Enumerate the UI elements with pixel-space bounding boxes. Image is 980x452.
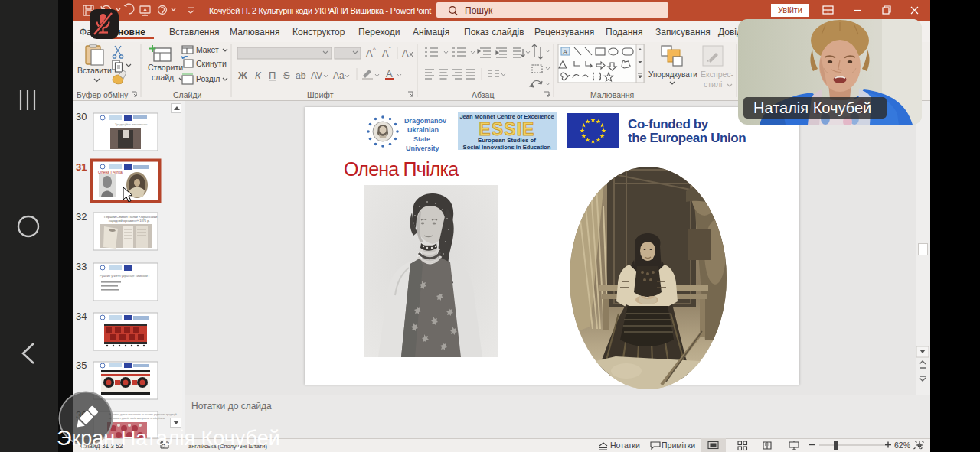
svg-text:European Studies of: European Studies of [478, 137, 536, 144]
svg-text:S: S [283, 70, 290, 81]
svg-text:35: 35 [76, 359, 87, 371]
svg-text:Ж: Ж [237, 70, 247, 81]
svg-text:ˇ: ˇ [389, 46, 391, 53]
svg-text:Абзац: Абзац [472, 90, 494, 99]
svg-text:Скинути: Скинути [196, 59, 227, 68]
svg-text:слайд: слайд [152, 73, 174, 82]
svg-text:Буфер обміну: Буфер обміну [77, 90, 129, 99]
svg-text:Ukrainian: Ukrainian [407, 126, 439, 134]
svg-text:Традиційна вишиванка: Традиційна вишиванка [115, 122, 148, 126]
svg-text:вишивки с давніх часів шанувал: вишивки с давніх часів шанували та обері… [109, 417, 165, 420]
svg-text:Dragomanov: Dragomanov [404, 117, 446, 125]
svg-text:К: К [255, 70, 262, 81]
svg-text:А: А [382, 47, 389, 59]
svg-text:А: А [563, 48, 567, 56]
svg-text:^: ^ [373, 46, 376, 53]
svg-text:Упорядкувати: Упорядкувати [648, 70, 697, 79]
svg-text:Social Innovations in Educatio: Social Innovations in Education [463, 144, 551, 151]
svg-text:62%: 62% [894, 441, 910, 450]
svg-text:31: 31 [76, 161, 87, 173]
svg-text:А: А [386, 68, 393, 80]
svg-text:State: State [413, 135, 430, 143]
svg-text:the European Union: the European Union [628, 131, 746, 145]
svg-text:Примітки: Примітки [662, 441, 695, 450]
svg-text:стилі: стилі [704, 80, 722, 89]
svg-text:Макет: Макет [196, 45, 219, 54]
svg-text:Малювання: Малювання [590, 90, 634, 99]
svg-text:Рушник у житті українця: симво: Рушник у житті українця: символи і [100, 274, 149, 278]
svg-text:Нотатки: Нотатки [610, 441, 640, 450]
svg-text:П: П [269, 70, 276, 81]
svg-text:University: University [406, 145, 439, 152]
svg-text:Наталія Кочубей: Наталія Кочубей [753, 99, 871, 116]
svg-text:Шрифт: Шрифт [307, 90, 334, 99]
svg-text:Олена Пчілка: Олена Пчілка [344, 158, 459, 180]
svg-text:А: А [366, 47, 373, 59]
svg-text:Експрес-: Експрес- [701, 70, 734, 79]
svg-text:Вставити: Вставити [77, 66, 112, 75]
svg-text:Слайди: Слайди [173, 90, 202, 99]
svg-text:Розділ: Розділ [196, 74, 220, 83]
svg-text:Олена Пчілка: Олена Пчілка [98, 170, 122, 174]
svg-text:Aa: Aa [333, 70, 345, 81]
svg-text:AV: AV [311, 70, 322, 81]
svg-text:народний орнамент» 1876 р.: народний орнамент» 1876 р. [109, 219, 150, 223]
svg-text:Co-funded by: Co-funded by [628, 117, 709, 132]
svg-text:32: 32 [76, 211, 87, 223]
svg-text:А: А [402, 47, 409, 59]
svg-text:Створити: Створити [148, 63, 183, 72]
svg-text:ab: ab [296, 70, 306, 81]
svg-text:Вишивка давня технологія та ос: Вишивка давня технологія та основа родин… [109, 413, 177, 416]
svg-text:34: 34 [76, 311, 87, 322]
svg-text:33: 33 [76, 261, 87, 272]
svg-text:30: 30 [76, 111, 87, 122]
